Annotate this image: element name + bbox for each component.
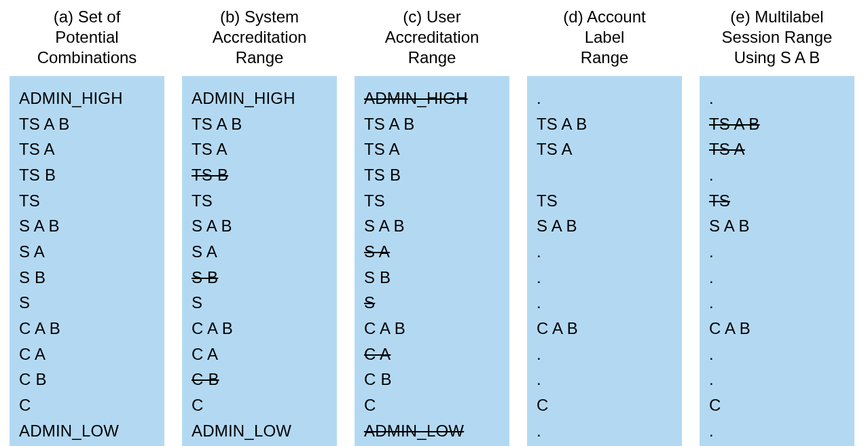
- label-row: C A B: [192, 316, 329, 341]
- label-row: .: [537, 265, 674, 291]
- label-row: ADMIN_LOW: [364, 418, 501, 444]
- label-text: .: [537, 370, 541, 388]
- label-text: S A: [192, 242, 217, 261]
- label-text: S A: [364, 242, 390, 261]
- label-text: ADMIN_LOW: [364, 422, 464, 440]
- label-row: S A B: [364, 213, 501, 239]
- label-text: C: [19, 396, 31, 414]
- label-row: S A: [192, 239, 329, 265]
- label-row: S A B: [192, 213, 329, 239]
- label-text: TS A B: [19, 115, 70, 133]
- label-row: S: [364, 290, 501, 316]
- label-row: TS A: [709, 136, 846, 162]
- label-text: ADMIN_LOW: [19, 422, 119, 440]
- label-row: C A B: [19, 316, 156, 341]
- label-row: TS A: [192, 136, 329, 162]
- label-row: .: [537, 86, 674, 111]
- label-row: TS A B: [364, 111, 501, 137]
- label-row: S B: [364, 265, 501, 291]
- label-row: C: [364, 392, 501, 418]
- label-text: S A B: [709, 217, 750, 235]
- column-header: (e) Multilabel Session Range Using S A B: [700, 7, 854, 76]
- label-row: ADMIN_LOW: [192, 418, 329, 444]
- label-row: TS B: [192, 162, 329, 188]
- label-row: S B: [19, 265, 156, 291]
- column-2: (c) User Accreditation RangeADMIN_HIGHTS…: [355, 7, 509, 446]
- label-text: S B: [192, 268, 218, 286]
- label-text: S A B: [192, 217, 232, 235]
- label-text: TS A B: [709, 115, 760, 133]
- label-text: C A: [19, 345, 46, 363]
- label-row: TS A B: [192, 111, 329, 137]
- label-row: C A B: [709, 316, 846, 341]
- label-row: ADMIN_HIGH: [192, 86, 329, 111]
- label-row: .: [709, 418, 846, 444]
- label-row: C A B: [537, 316, 674, 341]
- label-text: TS A: [537, 140, 573, 158]
- label-text: .: [709, 422, 714, 440]
- label-row: ADMIN_HIGH: [364, 86, 501, 111]
- label-text: .: [709, 293, 714, 312]
- label-row: ADMIN_HIGH: [19, 86, 156, 111]
- label-text: C A: [192, 345, 218, 363]
- label-text: S: [192, 293, 202, 312]
- column-header: (c) User Accreditation Range: [355, 7, 509, 76]
- label-row: .: [537, 418, 674, 444]
- label-row: ADMIN_LOW: [19, 418, 156, 444]
- label-text: ADMIN_HIGH: [19, 89, 123, 107]
- column-body: ADMIN_HIGHTS A BTS ATS BTSS A BS AS BSC …: [10, 76, 164, 446]
- label-row: .: [709, 162, 846, 188]
- label-range-diagram: (a) Set of Potential CombinationsADMIN_H…: [0, 0, 868, 446]
- label-text: TS A B: [537, 115, 587, 133]
- label-text: TS: [364, 191, 385, 210]
- column-4: (e) Multilabel Session Range Using S A B…: [700, 7, 854, 446]
- label-text: [537, 166, 541, 184]
- label-row: S A B: [537, 213, 674, 239]
- label-row: [537, 162, 674, 188]
- label-text: C: [709, 396, 721, 414]
- label-text: .: [537, 89, 541, 107]
- label-row: C A B: [364, 316, 501, 341]
- label-row: TS B: [19, 162, 156, 188]
- label-row: C A: [364, 341, 501, 367]
- label-text: .: [709, 89, 714, 107]
- label-text: TS A: [192, 140, 228, 158]
- label-row: .: [709, 86, 846, 111]
- label-row: TS A: [19, 136, 156, 162]
- label-row: .: [537, 367, 674, 392]
- label-row: S A: [19, 239, 156, 265]
- label-row: S: [19, 290, 156, 316]
- label-text: ADMIN_HIGH: [192, 89, 295, 107]
- label-row: S A B: [19, 213, 156, 239]
- label-text: C: [192, 396, 204, 414]
- label-text: TS A: [19, 140, 55, 158]
- label-text: C: [364, 396, 376, 414]
- label-row: TS A B: [537, 111, 674, 137]
- label-row: TS A: [537, 136, 674, 162]
- column-body: ADMIN_HIGHTS A BTS ATS BTSS A BS AS BSC …: [182, 76, 337, 446]
- label-row: C: [19, 392, 156, 418]
- label-text: S B: [364, 268, 391, 286]
- label-row: .: [537, 341, 674, 367]
- label-row: TS A B: [709, 111, 846, 137]
- label-text: TS A: [364, 140, 400, 158]
- label-text: C A B: [709, 319, 751, 337]
- label-text: TS B: [192, 166, 228, 184]
- label-text: .: [537, 268, 541, 286]
- label-text: C: [537, 396, 549, 414]
- label-text: .: [709, 268, 714, 286]
- label-row: S: [192, 290, 329, 316]
- label-row: .: [709, 367, 846, 392]
- label-row: TS: [709, 188, 846, 214]
- label-row: TS: [537, 188, 674, 214]
- label-row: .: [709, 290, 846, 316]
- column-header: (d) Account Label Range: [527, 7, 682, 76]
- column-header: (b) System Accreditation Range: [182, 7, 337, 76]
- label-row: C B: [19, 367, 156, 392]
- label-text: ADMIN_LOW: [192, 422, 291, 440]
- label-text: S A B: [537, 217, 577, 235]
- label-row: TS B: [364, 162, 501, 188]
- column-body: .TS A BTS A TSS A B...C A B..C.: [527, 76, 682, 446]
- label-text: TS A B: [364, 115, 415, 133]
- label-row: TS: [19, 188, 156, 214]
